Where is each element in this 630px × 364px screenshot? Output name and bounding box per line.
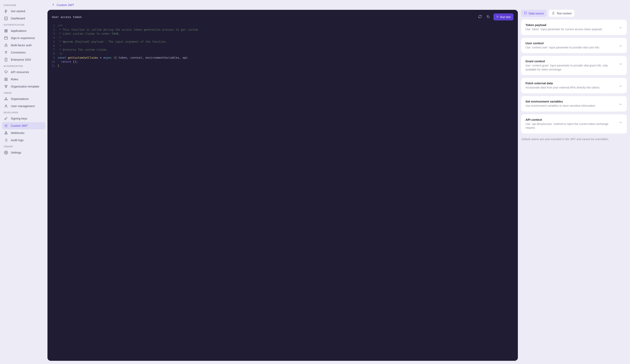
card-set-env-vars[interactable]: Set environment variablesUse environment… [521, 96, 627, 112]
key-icon [4, 116, 8, 120]
sidebar-item-signing-keys[interactable]: Signing keys [2, 115, 46, 122]
footer-note: Default claims are auto-included in the … [521, 136, 627, 142]
svg-point-21 [6, 133, 8, 134]
sidebar-item-label: Audit logs [11, 138, 24, 142]
user-icon [4, 104, 8, 108]
card-grant-context[interactable]: Grant contextUse `context.grant` input p… [521, 56, 627, 75]
svg-point-18 [4, 118, 6, 120]
plug-icon [4, 50, 8, 54]
lock-icon [4, 43, 8, 47]
sidebar-item-label: Organizations [11, 97, 29, 100]
sidebar-item-label: Applications [11, 29, 26, 32]
org-icon [4, 97, 8, 101]
breadcrumb[interactable]: Custom JWT [48, 0, 630, 10]
sidebar-item-multi-factor-auth[interactable]: Multi-factor auth [2, 42, 46, 49]
refresh-button[interactable] [478, 14, 482, 20]
sidebar-item-connectors[interactable]: Connectors [2, 49, 46, 56]
svg-rect-4 [6, 31, 8, 32]
sidebar-item-label: Sign-in experience [11, 36, 35, 40]
svg-rect-7 [5, 45, 7, 47]
chevron-down-icon [619, 121, 622, 125]
code-line: return {}; [58, 60, 518, 64]
template-icon [4, 84, 8, 88]
person-icon [4, 77, 8, 81]
editor-title: User access token [52, 16, 82, 18]
list-icon [4, 138, 8, 142]
sidebar: OVERVIEWGet startedDashboardAUTHENTICATI… [0, 0, 48, 364]
card-description: Use `context.grant` input parameter to p… [526, 64, 616, 72]
code-line: /** [58, 24, 518, 28]
code-line: } [58, 64, 518, 68]
sidebar-item-label: Organization template [11, 85, 39, 88]
right-panel: Data source Test context Token payloadUs… [521, 10, 627, 361]
card-description: Incorporate data from your external APIs… [526, 86, 616, 90]
card-title: Fetch external data [526, 82, 616, 85]
sidebar-item-audit-logs[interactable]: Audit logs [2, 136, 46, 144]
svg-rect-5 [4, 37, 8, 39]
card-fetch-external-data[interactable]: Fetch external dataIncorporate data from… [521, 78, 627, 93]
sidebar-item-label: Get started [11, 10, 25, 13]
code-editor[interactable]: 1234567891011 /** * This function is cal… [48, 22, 518, 361]
sidebar-item-label: Custom JWT [11, 124, 28, 127]
sidebar-item-organizations[interactable]: Organizations [2, 95, 46, 102]
sidebar-item-enterprise-sso[interactable]: Enterprise SSO [2, 56, 46, 63]
sidebar-item-api-resources[interactable]: API resources [2, 68, 46, 76]
tab-data-source-label: Data source [529, 12, 544, 15]
sidebar-item-applications[interactable]: Applications [2, 27, 46, 34]
svg-rect-30 [488, 16, 489, 18]
run-test-button[interactable]: Run test [494, 14, 514, 20]
sidebar-item-user-management[interactable]: User management [2, 102, 46, 110]
sidebar-item-label: User management [11, 104, 35, 108]
sidebar-item-custom-jwt[interactable]: Custom JWT [2, 122, 46, 129]
sidebar-item-label: Signing keys [11, 117, 27, 120]
code-line: const getCustomJwtClaims = async ({ toke… [58, 56, 518, 60]
card-title: Grant context [526, 60, 616, 63]
sidebar-item-label: Webhooks [11, 131, 24, 134]
section-label: TENANT [2, 144, 46, 149]
card-title: User context [526, 42, 616, 45]
code-line: */ [58, 52, 518, 56]
tab-test-context-label: Test context [556, 12, 572, 15]
sidebar-item-settings[interactable]: Settings [2, 149, 46, 156]
card-title: Token payload [526, 23, 616, 27]
sidebar-item-label: Roles [11, 78, 18, 81]
run-test-label: Run test [500, 16, 511, 18]
sidebar-item-webhooks[interactable]: Webhooks [2, 129, 46, 136]
code-line: * [58, 44, 518, 48]
card-api-context[interactable]: API contextUse `api.denyAccess` method t… [521, 114, 627, 134]
bolt-icon [4, 9, 8, 13]
sidebar-item-label: Dashboard [11, 17, 25, 20]
card-description: Use `token` input parameter for current … [526, 28, 616, 32]
card-user-context[interactable]: User contextUse `context.user` input par… [521, 38, 627, 53]
sidebar-item-get-started[interactable]: Get started [2, 8, 46, 15]
card-token-payload[interactable]: Token payloadUse `token` input parameter… [521, 20, 627, 35]
section-label: AUTHORIZATION [2, 63, 46, 68]
gear-icon [4, 124, 8, 128]
svg-point-20 [4, 133, 6, 134]
copy-button[interactable] [486, 14, 490, 20]
cog-icon [4, 150, 8, 154]
window-icon [4, 36, 8, 40]
chevron-down-icon [619, 84, 622, 88]
section-label: OVERVIEW [2, 2, 46, 8]
chevron-down-icon [619, 102, 622, 107]
chevron-left-icon [52, 3, 55, 7]
sidebar-item-label: API resources [11, 70, 29, 74]
chevron-down-icon [619, 26, 622, 30]
breadcrumb-text: Custom JWT [57, 3, 74, 6]
card-description: Use `context.user` input parameter to pr… [526, 46, 616, 50]
svg-point-14 [6, 98, 6, 98]
tab-test-context[interactable]: Test context [549, 10, 574, 17]
sidebar-item-label: Settings [11, 151, 21, 154]
sidebar-item-organization-template[interactable]: Organization template [2, 83, 46, 90]
svg-point-13 [6, 87, 6, 88]
card-description: Use `api.denyAccess` method to reject th… [526, 122, 616, 130]
svg-rect-31 [524, 12, 526, 14]
tab-data-source[interactable]: Data source [521, 10, 546, 17]
sidebar-item-sign-in-experience[interactable]: Sign-in experience [2, 34, 46, 42]
svg-rect-2 [6, 30, 8, 31]
sidebar-item-dashboard[interactable]: Dashboard [2, 15, 46, 22]
sidebar-item-roles[interactable]: Roles [2, 76, 46, 83]
copy-icon [486, 15, 490, 19]
card-description: Use environment variables to store sensi… [526, 104, 616, 108]
